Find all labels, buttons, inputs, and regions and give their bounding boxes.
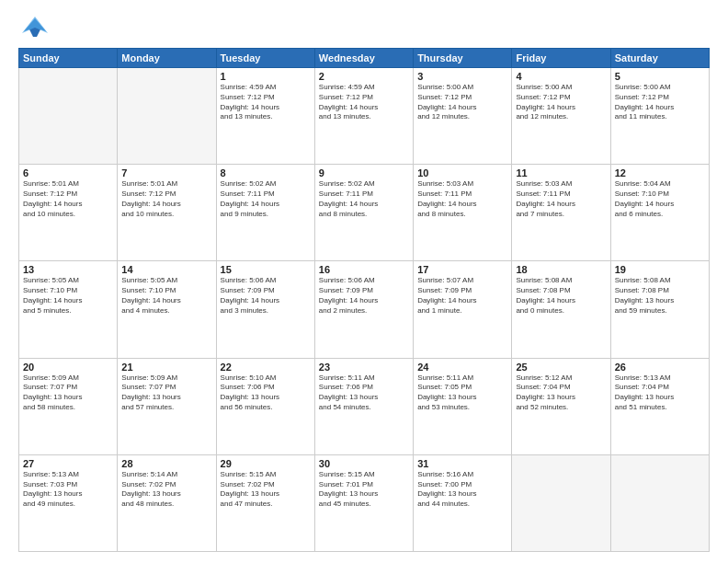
weekday-header-thursday: Thursday	[414, 49, 512, 68]
day-number: 2	[319, 71, 409, 82]
calendar-cell: 27Sunrise: 5:13 AM Sunset: 7:03 PM Dayli…	[19, 454, 118, 551]
calendar-cell: 6Sunrise: 5:01 AM Sunset: 7:12 PM Daylig…	[19, 165, 118, 261]
week-row-4: 20Sunrise: 5:09 AM Sunset: 7:07 PM Dayli…	[19, 358, 710, 454]
weekday-header-tuesday: Tuesday	[216, 49, 314, 68]
day-info: Sunrise: 5:06 AM Sunset: 7:09 PM Dayligh…	[221, 276, 311, 316]
day-info: Sunrise: 4:59 AM Sunset: 7:12 PM Dayligh…	[319, 83, 409, 122]
day-number: 16	[319, 264, 409, 275]
calendar-cell: 7Sunrise: 5:01 AM Sunset: 7:12 PM Daylig…	[118, 165, 216, 261]
day-info: Sunrise: 5:01 AM Sunset: 7:12 PM Dayligh…	[121, 179, 211, 219]
day-number: 13	[23, 264, 113, 275]
day-number: 19	[615, 264, 705, 275]
calendar-cell	[19, 68, 118, 165]
calendar-cell: 11Sunrise: 5:03 AM Sunset: 7:11 PM Dayli…	[512, 165, 610, 261]
day-number: 25	[516, 362, 606, 373]
calendar-cell: 15Sunrise: 5:06 AM Sunset: 7:09 PM Dayli…	[216, 261, 314, 358]
day-info: Sunrise: 5:02 AM Sunset: 7:11 PM Dayligh…	[319, 179, 409, 219]
calendar-cell	[610, 454, 709, 551]
calendar-cell: 22Sunrise: 5:10 AM Sunset: 7:06 PM Dayli…	[216, 358, 314, 454]
calendar-cell: 31Sunrise: 5:16 AM Sunset: 7:00 PM Dayli…	[414, 454, 512, 551]
day-info: Sunrise: 5:02 AM Sunset: 7:11 PM Dayligh…	[221, 179, 311, 219]
day-number: 22	[221, 362, 311, 373]
week-row-2: 6Sunrise: 5:01 AM Sunset: 7:12 PM Daylig…	[19, 165, 710, 261]
day-number: 21	[121, 362, 211, 373]
day-number: 17	[417, 264, 507, 275]
calendar-cell	[512, 454, 610, 551]
weekday-header-row: SundayMondayTuesdayWednesdayThursdayFrid…	[19, 49, 710, 68]
day-info: Sunrise: 5:15 AM Sunset: 7:01 PM Dayligh…	[319, 470, 409, 510]
day-number: 12	[615, 167, 705, 178]
logo-icon	[18, 15, 51, 40]
day-info: Sunrise: 5:05 AM Sunset: 7:10 PM Dayligh…	[23, 276, 113, 316]
calendar-cell: 18Sunrise: 5:08 AM Sunset: 7:08 PM Dayli…	[512, 261, 610, 358]
day-info: Sunrise: 5:00 AM Sunset: 7:12 PM Dayligh…	[516, 83, 606, 122]
calendar-cell: 1Sunrise: 4:59 AM Sunset: 7:12 PM Daylig…	[216, 68, 314, 165]
day-info: Sunrise: 5:04 AM Sunset: 7:10 PM Dayligh…	[615, 179, 705, 219]
calendar-cell: 5Sunrise: 5:00 AM Sunset: 7:12 PM Daylig…	[610, 68, 709, 165]
day-info: Sunrise: 5:09 AM Sunset: 7:07 PM Dayligh…	[23, 373, 113, 413]
calendar-cell: 23Sunrise: 5:11 AM Sunset: 7:06 PM Dayli…	[314, 358, 413, 454]
week-row-1: 1Sunrise: 4:59 AM Sunset: 7:12 PM Daylig…	[19, 68, 710, 165]
day-info: Sunrise: 5:13 AM Sunset: 7:04 PM Dayligh…	[615, 373, 705, 413]
calendar-cell: 3Sunrise: 5:00 AM Sunset: 7:12 PM Daylig…	[414, 68, 512, 165]
calendar-cell: 28Sunrise: 5:14 AM Sunset: 7:02 PM Dayli…	[118, 454, 216, 551]
day-info: Sunrise: 5:11 AM Sunset: 7:06 PM Dayligh…	[319, 373, 409, 413]
day-number: 10	[417, 167, 507, 178]
day-info: Sunrise: 5:10 AM Sunset: 7:06 PM Dayligh…	[221, 373, 311, 413]
weekday-header-wednesday: Wednesday	[314, 49, 413, 68]
day-number: 14	[121, 264, 211, 275]
day-info: Sunrise: 5:14 AM Sunset: 7:02 PM Dayligh…	[121, 470, 211, 510]
day-info: Sunrise: 5:00 AM Sunset: 7:12 PM Dayligh…	[615, 83, 705, 122]
day-info: Sunrise: 5:09 AM Sunset: 7:07 PM Dayligh…	[121, 373, 211, 413]
calendar-cell: 9Sunrise: 5:02 AM Sunset: 7:11 PM Daylig…	[314, 165, 413, 261]
calendar-cell: 29Sunrise: 5:15 AM Sunset: 7:02 PM Dayli…	[216, 454, 314, 551]
day-number: 24	[417, 362, 507, 373]
calendar-table: SundayMondayTuesdayWednesdayThursdayFrid…	[18, 48, 710, 552]
day-number: 9	[319, 167, 409, 178]
day-info: Sunrise: 5:08 AM Sunset: 7:08 PM Dayligh…	[516, 276, 606, 316]
logo	[18, 15, 55, 40]
calendar-cell: 30Sunrise: 5:15 AM Sunset: 7:01 PM Dayli…	[314, 454, 413, 551]
day-info: Sunrise: 5:12 AM Sunset: 7:04 PM Dayligh…	[516, 373, 606, 413]
day-number: 4	[516, 71, 606, 82]
calendar-cell: 19Sunrise: 5:08 AM Sunset: 7:08 PM Dayli…	[610, 261, 709, 358]
day-number: 6	[23, 167, 113, 178]
day-info: Sunrise: 5:07 AM Sunset: 7:09 PM Dayligh…	[417, 276, 507, 316]
weekday-header-saturday: Saturday	[610, 49, 709, 68]
day-info: Sunrise: 4:59 AM Sunset: 7:12 PM Dayligh…	[221, 83, 311, 122]
weekday-header-monday: Monday	[118, 49, 216, 68]
weekday-header-sunday: Sunday	[19, 49, 118, 68]
calendar-cell: 17Sunrise: 5:07 AM Sunset: 7:09 PM Dayli…	[414, 261, 512, 358]
day-info: Sunrise: 5:01 AM Sunset: 7:12 PM Dayligh…	[23, 179, 113, 219]
calendar-cell: 10Sunrise: 5:03 AM Sunset: 7:11 PM Dayli…	[414, 165, 512, 261]
calendar-cell: 13Sunrise: 5:05 AM Sunset: 7:10 PM Dayli…	[19, 261, 118, 358]
week-row-5: 27Sunrise: 5:13 AM Sunset: 7:03 PM Dayli…	[19, 454, 710, 551]
day-number: 29	[221, 458, 311, 469]
calendar-cell: 12Sunrise: 5:04 AM Sunset: 7:10 PM Dayli…	[610, 165, 709, 261]
calendar-cell	[118, 68, 216, 165]
day-info: Sunrise: 5:03 AM Sunset: 7:11 PM Dayligh…	[417, 179, 507, 219]
day-number: 28	[121, 458, 211, 469]
day-number: 3	[417, 71, 507, 82]
day-info: Sunrise: 5:11 AM Sunset: 7:05 PM Dayligh…	[417, 373, 507, 413]
day-number: 27	[23, 458, 113, 469]
day-number: 18	[516, 264, 606, 275]
day-number: 15	[221, 264, 311, 275]
day-info: Sunrise: 5:06 AM Sunset: 7:09 PM Dayligh…	[319, 276, 409, 316]
calendar-cell: 14Sunrise: 5:05 AM Sunset: 7:10 PM Dayli…	[118, 261, 216, 358]
day-number: 1	[221, 71, 311, 82]
calendar-cell: 8Sunrise: 5:02 AM Sunset: 7:11 PM Daylig…	[216, 165, 314, 261]
day-info: Sunrise: 5:00 AM Sunset: 7:12 PM Dayligh…	[417, 83, 507, 122]
calendar-cell: 4Sunrise: 5:00 AM Sunset: 7:12 PM Daylig…	[512, 68, 610, 165]
day-number: 11	[516, 167, 606, 178]
day-number: 8	[221, 167, 311, 178]
calendar-cell: 24Sunrise: 5:11 AM Sunset: 7:05 PM Dayli…	[414, 358, 512, 454]
day-number: 5	[615, 71, 705, 82]
week-row-3: 13Sunrise: 5:05 AM Sunset: 7:10 PM Dayli…	[19, 261, 710, 358]
day-number: 30	[319, 458, 409, 469]
calendar-cell: 16Sunrise: 5:06 AM Sunset: 7:09 PM Dayli…	[314, 261, 413, 358]
calendar-cell: 26Sunrise: 5:13 AM Sunset: 7:04 PM Dayli…	[610, 358, 709, 454]
day-info: Sunrise: 5:15 AM Sunset: 7:02 PM Dayligh…	[221, 470, 311, 510]
day-number: 20	[23, 362, 113, 373]
day-info: Sunrise: 5:16 AM Sunset: 7:00 PM Dayligh…	[417, 470, 507, 510]
